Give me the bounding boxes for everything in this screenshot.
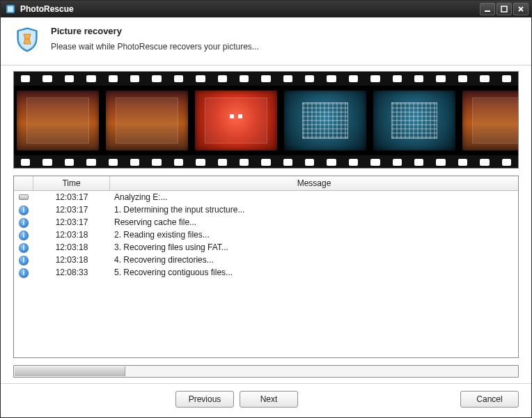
- app-window: PhotoRescue Picture recovery: [0, 0, 532, 418]
- info-icon: i: [19, 243, 29, 253]
- log-message: 1. Determining the input structure...: [110, 205, 518, 215]
- log-row[interactable]: i12:03:183. Recovering files using FAT..…: [14, 241, 518, 254]
- log-header-row: Time Message: [14, 176, 518, 191]
- progress-bar: [13, 365, 519, 378]
- page-subtitle: Please wait while PhotoRescue recovers y…: [51, 42, 259, 52]
- thumbnail[interactable]: [17, 91, 99, 150]
- log-time: 12:03:18: [33, 255, 110, 265]
- info-icon: i: [19, 256, 29, 265]
- log-time: 12:03:17: [33, 205, 110, 215]
- log-time: 12:03:18: [33, 242, 110, 252]
- progress-fill: [15, 366, 125, 376]
- log-time: 12:03:17: [33, 217, 110, 227]
- wizard-header-text: Picture recovery Please wait while Photo…: [51, 26, 259, 52]
- svg-rect-3: [501, 6, 507, 12]
- filmstrip-sprockets-top: [14, 72, 518, 86]
- thumbnail[interactable]: [373, 91, 455, 150]
- log-message: Analyzing E:...: [110, 192, 518, 202]
- thumbnail[interactable]: [462, 91, 519, 150]
- thumbnail[interactable]: [284, 91, 366, 150]
- log-row[interactable]: i12:03:184. Recovering directories...: [14, 254, 518, 266]
- log-col-icon[interactable]: [14, 176, 33, 190]
- cancel-button[interactable]: Cancel: [460, 391, 519, 408]
- app-icon: [5, 3, 16, 15]
- log-time: 12:03:17: [33, 192, 110, 202]
- maximize-button[interactable]: [496, 3, 512, 15]
- log-col-message[interactable]: Message: [110, 176, 518, 190]
- wizard-header: Picture recovery Please wait while Photo…: [1, 17, 531, 65]
- log-message: Reserving cache file...: [110, 217, 518, 227]
- info-icon: i: [19, 218, 29, 228]
- filmstrip-sprockets-bottom: [14, 155, 518, 169]
- log-col-time[interactable]: Time: [33, 176, 110, 190]
- minimize-button[interactable]: [480, 3, 495, 15]
- previous-button[interactable]: Previous: [175, 391, 234, 408]
- thumbnail-row: [14, 86, 518, 155]
- info-icon: i: [19, 268, 29, 278]
- window-title: PhotoRescue: [20, 4, 480, 14]
- info-icon: i: [19, 206, 29, 215]
- svg-rect-1: [8, 6, 13, 12]
- content-area: Time Message 12:03:17Analyzing E:...i12:…: [1, 65, 531, 383]
- next-button[interactable]: Next: [240, 391, 298, 408]
- close-button[interactable]: [513, 3, 529, 15]
- log-row[interactable]: i12:03:182. Reading existing files...: [14, 229, 518, 241]
- log-table: Time Message 12:03:17Analyzing E:...i12:…: [13, 176, 519, 358]
- log-body[interactable]: 12:03:17Analyzing E:...i12:03:171. Deter…: [14, 191, 518, 357]
- log-message: 4. Recovering directories...: [110, 255, 518, 265]
- log-message: 5. Recovering contiguous files...: [110, 268, 518, 277]
- info-icon: i: [19, 231, 29, 240]
- log-row[interactable]: i12:03:171. Determining the input struct…: [14, 203, 518, 216]
- log-message: 3. Recovering files using FAT...: [110, 242, 518, 252]
- titlebar[interactable]: PhotoRescue: [1, 1, 531, 17]
- window-controls: [480, 3, 529, 15]
- drive-icon: [19, 194, 29, 200]
- log-row[interactable]: i12:08:335. Recovering contiguous files.…: [14, 266, 518, 279]
- log-row[interactable]: i12:03:17Reserving cache file...: [14, 216, 518, 229]
- svg-rect-2: [485, 10, 490, 12]
- svg-rect-4: [26, 38, 28, 40]
- log-message: 2. Reading existing files...: [110, 230, 518, 240]
- thumbnail[interactable]: [106, 91, 188, 150]
- wizard-header-icon: [13, 26, 41, 54]
- wizard-buttons: Previous Next Cancel: [1, 383, 531, 417]
- page-title: Picture recovery: [51, 26, 259, 36]
- filmstrip: [13, 71, 519, 169]
- log-time: 12:08:33: [33, 268, 110, 277]
- log-time: 12:03:18: [33, 230, 110, 240]
- log-row[interactable]: 12:03:17Analyzing E:...: [14, 191, 518, 203]
- thumbnail[interactable]: [195, 91, 277, 150]
